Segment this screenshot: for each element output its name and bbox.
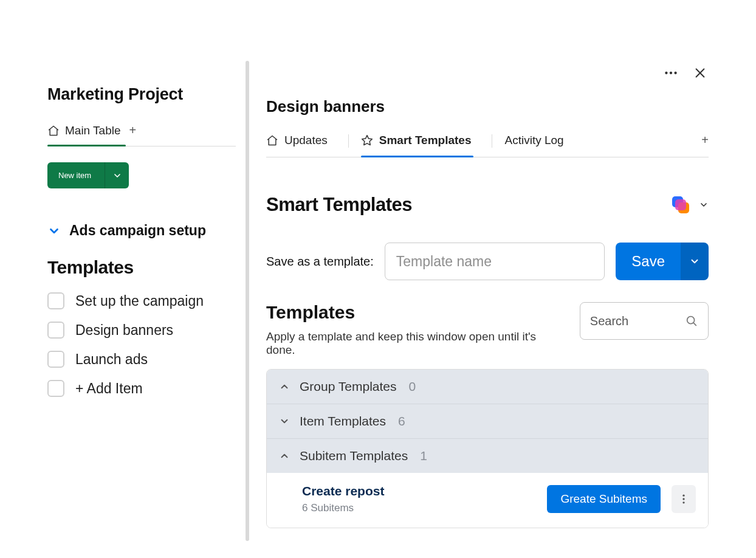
subitem-template-meta: 6 Subitems	[302, 502, 384, 514]
tab-updates[interactable]: Updates	[266, 134, 340, 157]
project-title: Marketing Project	[47, 85, 236, 104]
tab-smart-templates-label: Smart Templates	[379, 134, 472, 147]
add-view-button[interactable]: +	[129, 123, 137, 146]
task-checkbox[interactable]	[47, 380, 64, 397]
accordion-label: Item Templates	[300, 414, 386, 429]
templates-heading: Templates	[266, 302, 565, 323]
accordion-group-templates[interactable]: Group Templates 0	[267, 370, 708, 404]
svg-point-1	[670, 72, 672, 74]
add-tab-button[interactable]: +	[701, 133, 709, 157]
new-item-caret[interactable]	[105, 162, 129, 188]
section-title: Smart Templates	[266, 194, 412, 216]
svg-marker-5	[362, 135, 372, 145]
task-label: Set up the campaign	[75, 293, 204, 309]
home-icon	[47, 125, 60, 137]
chevron-down-icon	[699, 200, 709, 210]
sidebar-templates-heading: Templates	[47, 257, 236, 278]
chevron-up-icon	[279, 381, 290, 392]
home-icon	[266, 134, 278, 146]
chevron-down-icon	[112, 171, 122, 181]
svg-line-10	[693, 323, 696, 325]
accordion-label: Group Templates	[300, 379, 397, 394]
tab-separator	[348, 134, 349, 148]
templates-accordion: Group Templates 0 Item Templates 6 Subit…	[266, 369, 709, 528]
tab-activity-log-label: Activity Log	[504, 134, 563, 147]
task-checkbox[interactable]	[47, 351, 64, 368]
subitem-template-title: Create repost	[302, 484, 384, 498]
chevron-down-icon	[279, 416, 290, 427]
close-icon	[693, 66, 707, 80]
subitem-template-row: Create repost 6 Subitems Greate Subitems	[267, 473, 708, 528]
dots-horizontal-icon	[663, 65, 679, 81]
svg-point-13	[682, 501, 684, 503]
new-item-button[interactable]: New item	[47, 162, 105, 188]
group-header[interactable]: Ads campaign setup	[47, 222, 236, 239]
svg-point-0	[665, 72, 667, 74]
task-checkbox[interactable]	[47, 292, 64, 309]
sidebar: Marketing Project Main Table + New item …	[47, 61, 236, 541]
create-subitems-button[interactable]: Greate Subitems	[547, 485, 661, 513]
tab-activity-log[interactable]: Activity Log	[504, 134, 576, 157]
app-logo-icon	[670, 194, 692, 216]
app-dropdown[interactable]	[670, 194, 709, 216]
accordion-count: 0	[409, 379, 416, 394]
accordion-count: 1	[420, 449, 427, 463]
save-split-button: Save	[616, 243, 709, 280]
tab-main-table-label: Main Table	[65, 124, 121, 137]
svg-point-2	[674, 72, 676, 74]
sidebar-tabbar: Main Table +	[47, 123, 236, 146]
search-icon	[685, 314, 698, 328]
search-input[interactable]	[590, 314, 669, 328]
new-item-split-button: New item	[47, 162, 236, 188]
tab-main-table[interactable]: Main Table	[47, 124, 122, 146]
main-panel: Design banners Updates Smart Templates A…	[266, 61, 709, 541]
task-row[interactable]: Launch ads	[47, 345, 236, 374]
star-icon	[361, 134, 373, 146]
row-more-button[interactable]	[672, 485, 696, 513]
task-row[interactable]: Set up the campaign	[47, 286, 236, 315]
dots-vertical-icon	[678, 493, 690, 505]
task-checkbox[interactable]	[47, 322, 64, 339]
task-label: Launch ads	[75, 351, 148, 368]
tab-smart-templates[interactable]: Smart Templates	[361, 134, 484, 157]
task-row[interactable]: + Add Item	[47, 374, 236, 403]
svg-point-11	[682, 495, 684, 497]
search-box[interactable]	[580, 302, 709, 340]
save-button[interactable]: Save	[616, 243, 681, 280]
task-label: + Add Item	[75, 381, 143, 397]
group-title: Ads campaign setup	[69, 222, 206, 239]
accordion-item-templates[interactable]: Item Templates 6	[267, 404, 708, 438]
task-label: Design banners	[75, 322, 173, 339]
page-title: Design banners	[266, 97, 709, 116]
close-button[interactable]	[692, 64, 709, 81]
main-tabbar: Updates Smart Templates Activity Log +	[266, 133, 709, 157]
tab-separator	[492, 134, 492, 148]
accordion-count: 6	[398, 414, 405, 429]
svg-rect-8	[675, 199, 686, 210]
panel-divider[interactable]	[246, 61, 249, 541]
save-caret[interactable]	[681, 243, 709, 280]
panel-top-actions	[266, 61, 709, 81]
task-row[interactable]: Design banners	[47, 315, 236, 345]
accordion-subitem-templates[interactable]: Subitem Templates 1	[267, 438, 708, 473]
chevron-down-icon	[47, 224, 61, 238]
more-options-button[interactable]	[662, 64, 679, 81]
template-name-input[interactable]	[385, 243, 605, 280]
tab-updates-label: Updates	[284, 134, 328, 147]
save-as-label: Save as a template:	[266, 255, 374, 269]
chevron-down-icon	[689, 256, 700, 267]
accordion-label: Subitem Templates	[300, 449, 408, 463]
templates-list-header: Templates Apply a template and keep this…	[266, 302, 709, 357]
templates-subtext: Apply a template and keep this window op…	[266, 330, 565, 357]
section-head: Smart Templates	[266, 194, 709, 216]
svg-point-12	[682, 498, 684, 500]
chevron-up-icon	[279, 450, 290, 461]
save-template-row: Save as a template: Save	[266, 243, 709, 280]
